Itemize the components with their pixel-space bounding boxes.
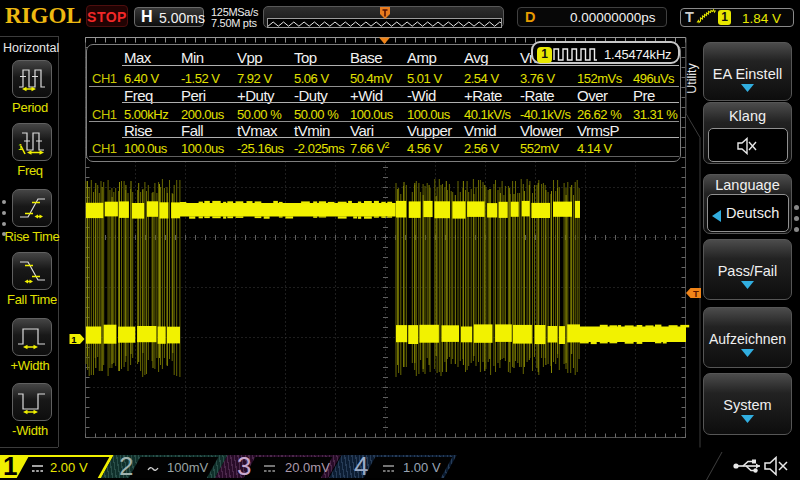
svg-text:T: T: [693, 288, 699, 299]
svg-text:1: 1: [18, 142, 23, 152]
svg-text:1: 1: [71, 334, 77, 345]
